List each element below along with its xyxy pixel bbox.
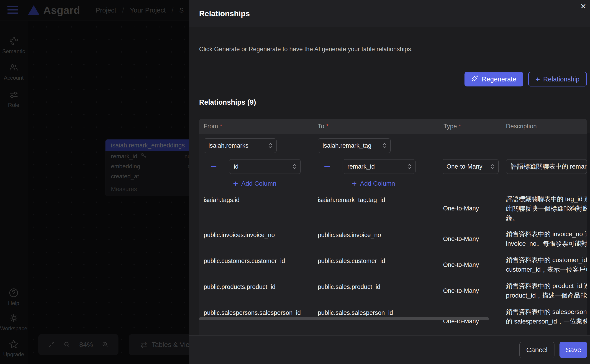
row-description: 評語標籤關聯表中的 tag_id 連 此關聯反映一個標籤能夠對應 錄。 bbox=[501, 191, 587, 226]
chevron-up-down-icon bbox=[382, 142, 387, 149]
modal-header: Relationships ✕ bbox=[189, 0, 590, 27]
relationships-modal: Relationships ✕ Click Generate or Regene… bbox=[189, 0, 590, 364]
required-asterisk: * bbox=[459, 123, 461, 130]
modal-body: Click Generate or Regenerate to have the… bbox=[189, 27, 590, 335]
relationship-row[interactable]: public.invoices.invoice_no public.sales.… bbox=[199, 226, 587, 252]
vertical-scrollbar-track[interactable] bbox=[587, 133, 590, 335]
relationships-count-heading: Relationships (9) bbox=[199, 98, 587, 106]
add-relationship-label: Relationship bbox=[543, 76, 580, 83]
row-from: isaiah.tags.id bbox=[199, 191, 313, 226]
add-column-button-to[interactable]: + Add Column bbox=[352, 179, 395, 188]
column-header-description: Description bbox=[501, 123, 587, 130]
horizontal-scrollbar-thumb[interactable] bbox=[199, 317, 489, 320]
relationship-row[interactable]: public.customers.customer_id public.sale… bbox=[199, 252, 587, 278]
cancel-button[interactable]: Cancel bbox=[519, 342, 555, 358]
row-to: isaiah.remark_tag.tag_id bbox=[313, 191, 439, 226]
to-column-select[interactable]: remark_id bbox=[343, 159, 416, 174]
remove-column-icon[interactable] bbox=[211, 166, 216, 167]
description-input[interactable]: 評語標籤關聯表中的 remark bbox=[506, 159, 587, 174]
row-description: 銷售資料表中的 customer_id 連 customer_id，表示一位客戶… bbox=[501, 252, 587, 278]
relationships-table: From* To* Type* Description bbox=[199, 119, 587, 335]
row-description: 銷售資料表中的 product_id 連 product_id，描述一個產品能 bbox=[501, 278, 587, 304]
modal-footer: Cancel Save bbox=[189, 335, 590, 364]
sparkles-icon bbox=[471, 75, 479, 84]
relationship-editor-row: isaiah.remarks isaiah.remark_tag bbox=[199, 134, 587, 191]
column-header-type: Type* bbox=[439, 123, 501, 130]
row-type: One-to-Many bbox=[439, 278, 501, 304]
row-description: 銷售資料表中的 invoice_no 連 invoice_no。每張發票可能對應 bbox=[501, 226, 587, 252]
required-asterisk: * bbox=[326, 123, 329, 130]
row-from: public.invoices.invoice_no bbox=[199, 226, 313, 252]
regenerate-label: Regenerate bbox=[482, 76, 516, 83]
chevron-up-down-icon bbox=[407, 163, 412, 170]
save-button[interactable]: Save bbox=[559, 342, 587, 358]
column-header-to: To* bbox=[313, 123, 439, 130]
row-from: public.products.product_id bbox=[199, 278, 313, 304]
row-to: public.sales.customer_id bbox=[313, 252, 439, 278]
row-type: One-to-Many bbox=[439, 252, 501, 278]
modal-title: Relationships bbox=[199, 0, 250, 27]
row-from: public.customers.customer_id bbox=[199, 252, 313, 278]
chevron-up-down-icon bbox=[491, 163, 495, 170]
relationship-row[interactable]: isaiah.tags.id isaiah.remark_tag.tag_id … bbox=[199, 191, 587, 226]
plus-icon: + bbox=[536, 75, 540, 83]
to-table-select[interactable]: isaiah.remark_tag bbox=[318, 138, 391, 153]
modal-info-text: Click Generate or Regenerate to have the… bbox=[199, 46, 587, 53]
required-asterisk: * bbox=[220, 123, 222, 130]
chevron-up-down-icon bbox=[268, 142, 273, 149]
add-relationship-button[interactable]: + Relationship bbox=[528, 72, 587, 86]
row-type: One-to-Many bbox=[439, 191, 501, 226]
modal-actions: Regenerate + Relationship bbox=[199, 72, 587, 86]
remove-column-icon[interactable] bbox=[324, 166, 330, 167]
table-header-row: From* To* Type* Description bbox=[199, 119, 587, 134]
column-header-from: From* bbox=[199, 123, 313, 130]
regenerate-button[interactable]: Regenerate bbox=[464, 72, 523, 86]
chevron-up-down-icon bbox=[292, 163, 297, 170]
close-icon[interactable]: ✕ bbox=[580, 3, 586, 10]
row-description: 銷售資料表中的 salesperson_ 的 salesperson_id，一位… bbox=[501, 304, 587, 335]
plus-icon: + bbox=[233, 179, 238, 188]
row-to: public.sales.product_id bbox=[313, 278, 439, 304]
plus-icon: + bbox=[352, 179, 357, 188]
relationship-row[interactable]: public.products.product_id public.sales.… bbox=[199, 278, 587, 304]
row-type: One-to-Many bbox=[439, 226, 501, 252]
row-to: public.sales.invoice_no bbox=[313, 226, 439, 252]
screen: Asgard Project / Your Project / S Semant… bbox=[0, 0, 590, 364]
relationship-type-select[interactable]: One-to-Many bbox=[442, 159, 499, 174]
add-column-button-from[interactable]: + Add Column bbox=[233, 179, 276, 188]
from-table-select[interactable]: isaiah.remarks bbox=[204, 138, 276, 153]
from-column-select[interactable]: id bbox=[229, 159, 301, 174]
